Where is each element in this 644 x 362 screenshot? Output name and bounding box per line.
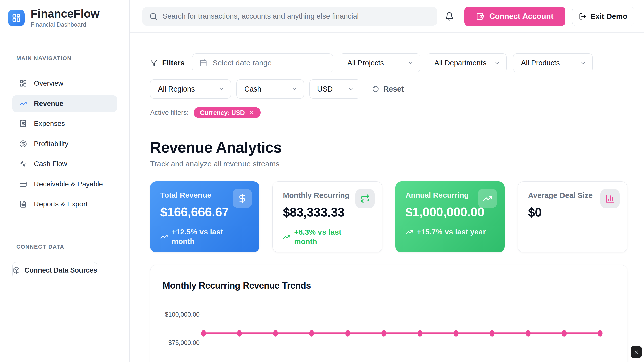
- log-out-icon: [579, 13, 586, 20]
- date-range-input[interactable]: [213, 59, 326, 67]
- y-axis-tick: $100,000.00: [150, 311, 200, 318]
- filters-row-2: All Regions Cash USD Reset: [150, 79, 627, 99]
- main-navigation: Overview Revenue Expenses Profitability …: [12, 75, 117, 212]
- search-icon: [149, 12, 157, 20]
- stat-card-annual-recurring: Annual Recurring $1,000,000.00 +15.7% vs…: [395, 181, 505, 252]
- receipt-icon: [19, 120, 27, 128]
- stat-card-total-revenue: Total Revenue $166,666.67 +12.5% vs last…: [150, 181, 259, 252]
- activity-icon: [19, 160, 27, 168]
- package-icon: [13, 266, 20, 274]
- search-input[interactable]: [163, 12, 430, 20]
- mrr-line-chart: [150, 265, 627, 362]
- sidebar-item-label: Revenue: [34, 100, 63, 108]
- payment-type-dropdown[interactable]: Cash: [236, 79, 304, 99]
- circle-dollar-icon: [19, 140, 27, 148]
- stat-card-average-deal-size: Average Deal Size $0: [518, 181, 627, 252]
- date-range-picker[interactable]: [192, 53, 333, 72]
- active-filters-row: Active filters: Currency: USD: [150, 107, 627, 118]
- chevron-down-icon: [494, 60, 500, 66]
- active-filters-label: Active filters:: [150, 109, 189, 117]
- reset-filters-button[interactable]: Reset: [372, 85, 404, 93]
- app-logo-icon: [8, 10, 25, 26]
- sidebar-item-reports-export[interactable]: Reports & Export: [12, 196, 117, 212]
- bell-icon: [445, 12, 454, 21]
- notifications-button[interactable]: [444, 11, 455, 22]
- trending-up-icon: [406, 228, 413, 236]
- app-tagline: Financial Dashboard: [31, 21, 99, 28]
- exit-demo-button[interactable]: Exit Demo: [572, 7, 634, 26]
- divider: [146, 127, 627, 127]
- connect-account-button[interactable]: Connect Account: [464, 7, 565, 26]
- page-title: Revenue Analytics: [150, 139, 627, 156]
- stat-card-monthly-recurring: Monthly Recurring $83,333.33 +8.3% vs la…: [272, 181, 382, 252]
- financeflow-app: FinanceFlow Financial Dashboard MAIN NAV…: [0, 0, 644, 362]
- filters-header: Filters: [150, 59, 185, 67]
- connect-account-label: Connect Account: [489, 12, 553, 21]
- bar-chart-icon: [600, 189, 620, 208]
- sidebar-item-label: Receivable & Payable: [34, 180, 103, 188]
- app-name: FinanceFlow: [31, 8, 99, 20]
- close-icon: [633, 349, 639, 355]
- filters-row-1: Filters All Projects All Departments All…: [150, 53, 627, 72]
- sidebar-item-overview[interactable]: Overview: [12, 75, 117, 92]
- sidebar-item-label: Reports & Export: [34, 200, 88, 208]
- stat-cards: Total Revenue $166,666.67 +12.5% vs last…: [150, 181, 627, 252]
- sidebar-item-profitability[interactable]: Profitability: [12, 135, 117, 152]
- app-logo: FinanceFlow Financial Dashboard: [0, 0, 129, 35]
- trending-up-icon: [160, 233, 168, 240]
- exit-demo-label: Exit Demo: [590, 12, 627, 21]
- trending-up-icon: [19, 100, 27, 108]
- calendar-icon: [199, 59, 207, 67]
- connect-data-title: CONNECT DATA: [16, 244, 129, 250]
- close-icon[interactable]: [249, 110, 254, 115]
- filter-funnel-icon: [150, 59, 158, 67]
- wallet-icon: [476, 12, 484, 20]
- page-subtitle: Track and analyze all revenue streams: [150, 160, 627, 168]
- sidebar-item-receivable-payable[interactable]: Receivable & Payable: [12, 176, 117, 192]
- sidebar-item-label: Cash Flow: [34, 160, 67, 168]
- projects-filter-dropdown[interactable]: All Projects: [340, 53, 420, 72]
- main-navigation-title: MAIN NAVIGATION: [16, 55, 129, 62]
- dollar-icon: [233, 189, 252, 208]
- sidebar-item-revenue[interactable]: Revenue: [12, 95, 117, 112]
- mrr-trends-chart-card: Monthly Recurring Revenue Trends $100,00…: [150, 265, 627, 362]
- connect-data-sources-label: Connect Data Sources: [25, 266, 97, 274]
- departments-filter-dropdown[interactable]: All Departments: [427, 53, 507, 72]
- sidebar-item-expenses[interactable]: Expenses: [12, 115, 117, 132]
- sidebar-item-label: Expenses: [34, 120, 65, 128]
- reset-label: Reset: [383, 85, 404, 93]
- regions-filter-dropdown[interactable]: All Regions: [150, 79, 231, 99]
- chevron-down-icon: [218, 86, 225, 92]
- file-text-icon: [19, 200, 27, 208]
- active-filter-chip-currency[interactable]: Currency: USD: [194, 107, 261, 118]
- y-axis-tick: $75,000.00: [150, 339, 200, 346]
- credit-card-icon: [19, 180, 27, 188]
- sidebar: FinanceFlow Financial Dashboard MAIN NAV…: [0, 0, 130, 362]
- trending-up-icon: [283, 233, 290, 241]
- trending-up-icon: [478, 189, 497, 208]
- filters-title: Filters: [162, 59, 185, 67]
- repeat-icon: [355, 189, 375, 208]
- chart-title: Monthly Recurring Revenue Trends: [163, 280, 311, 291]
- sidebar-item-label: Profitability: [34, 140, 68, 148]
- rotate-ccw-icon: [372, 85, 379, 93]
- connect-data-sources-button[interactable]: Connect Data Sources: [12, 262, 97, 278]
- sidebar-item-cash-flow[interactable]: Cash Flow: [12, 156, 117, 172]
- chevron-down-icon: [291, 86, 298, 92]
- chevron-down-icon: [580, 60, 586, 66]
- main-content: Filters All Projects All Departments All…: [130, 33, 644, 362]
- sidebar-item-label: Overview: [34, 79, 63, 87]
- currency-dropdown[interactable]: USD: [309, 79, 360, 99]
- chevron-down-icon: [407, 60, 414, 66]
- close-overlay-button[interactable]: [631, 346, 642, 358]
- global-search[interactable]: [142, 7, 437, 26]
- products-filter-dropdown[interactable]: All Products: [513, 53, 593, 72]
- top-bar: Connect Account Exit Demo: [130, 0, 644, 33]
- chevron-down-icon: [348, 86, 354, 92]
- layout-dashboard-icon: [19, 79, 27, 87]
